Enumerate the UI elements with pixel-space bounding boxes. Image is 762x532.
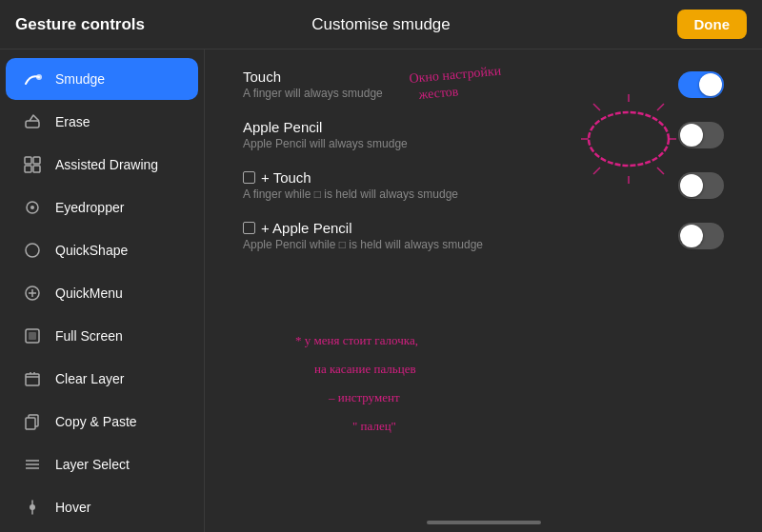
square-pencil-desc: Apple Pencil while □ is held will always…	[243, 238, 483, 251]
sidebar-label-assisted-drawing: Assisted Drawing	[55, 157, 158, 172]
svg-line-35	[593, 104, 600, 110]
svg-line-38	[657, 104, 664, 110]
header: Gesture controls Customise smudge Done	[0, 0, 762, 49]
eyedropper-icon	[21, 196, 44, 219]
sidebar-label-hover: Hover	[55, 500, 90, 515]
sidebar-item-layerselect[interactable]: Layer Select	[6, 443, 198, 485]
apple-pencil-info: Apple Pencil Apple Pencil will always sm…	[243, 119, 408, 150]
content-area: Touch A finger will always smudge Apple …	[205, 49, 762, 532]
svg-rect-4	[25, 166, 31, 172]
touch-row: Touch A finger will always smudge	[233, 69, 733, 100]
apple-pencil-title: Apple Pencil	[243, 119, 408, 135]
sidebar-label-clearlayer: Clear Layer	[55, 371, 124, 386]
sidebar-label-smudge: Smudge	[55, 71, 105, 87]
svg-rect-5	[33, 166, 40, 172]
sidebar-label-quickmenu: QuickMenu	[55, 286, 123, 301]
svg-rect-19	[26, 418, 35, 429]
apple-pencil-row: Apple Pencil Apple Pencil will always sm…	[233, 119, 733, 150]
apple-pencil-toggle[interactable]	[678, 122, 724, 148]
sidebar-label-layerselect: Layer Select	[55, 457, 130, 472]
sidebar-label-copypaste: Copy & Paste	[55, 414, 137, 429]
svg-text:на касание пальцев: на касание пальцев	[314, 362, 416, 376]
svg-rect-3	[33, 157, 40, 164]
touch-title: Touch	[243, 69, 383, 85]
square-touch-toggle[interactable]	[678, 172, 724, 199]
sidebar-item-smudge[interactable]: Smudge	[6, 58, 198, 100]
square-touch-title: + Touch	[243, 169, 458, 186]
scroll-indicator	[427, 521, 541, 524]
apple-pencil-desc: Apple Pencil will always smudge	[243, 137, 408, 150]
square-pencil-toggle[interactable]	[678, 223, 724, 249]
assisted-drawing-icon	[21, 153, 44, 176]
svg-point-7	[30, 206, 34, 209]
sidebar-item-hover[interactable]: Hover	[6, 486, 198, 528]
sidebar-label-eyedropper: Eyedropper	[55, 200, 124, 215]
svg-point-8	[26, 244, 39, 257]
page-title: Gesture controls	[15, 15, 145, 34]
sidebar-item-erase[interactable]: Erase	[6, 101, 198, 143]
svg-text:" палец": " палец"	[352, 419, 396, 433]
svg-text:– инструмент: – инструмент	[328, 390, 400, 404]
clearlayer-icon	[21, 367, 44, 390]
svg-text:* у меня стоит галочка,: * у меня стоит галочка,	[295, 333, 418, 347]
copy-icon	[21, 410, 44, 433]
svg-rect-2	[25, 157, 31, 164]
svg-point-23	[30, 504, 35, 510]
sidebar-label-quickshape: QuickShape	[55, 243, 128, 258]
svg-rect-1	[26, 121, 39, 128]
sidebar-item-assisted-drawing[interactable]: Assisted Drawing	[6, 144, 198, 186]
sidebar-item-quickmenu[interactable]: QuickMenu	[6, 272, 198, 314]
hover-icon	[21, 496, 44, 519]
sidebar: Smudge Erase Assisted Drawing	[0, 49, 205, 532]
svg-rect-14	[26, 374, 39, 385]
touch-info: Touch A finger will always smudge	[243, 69, 383, 100]
sidebar-label-fullscreen: Full Screen	[55, 328, 123, 344]
touch-desc: A finger will always smudge	[243, 87, 383, 100]
svg-point-0	[36, 74, 42, 80]
checkbox-sym-2	[243, 222, 255, 234]
fullscreen-icon	[21, 325, 44, 347]
square-pencil-title: + Apple Pencil	[243, 220, 483, 236]
layerselect-icon	[21, 453, 44, 476]
svg-rect-13	[29, 332, 36, 340]
square-pencil-row: + Apple Pencil Apple Pencil while □ is h…	[233, 220, 733, 251]
quickshape-icon	[21, 239, 44, 262]
center-title: Customise smudge	[311, 15, 451, 34]
square-touch-row: + Touch A finger while □ is held will al…	[233, 169, 733, 201]
smudge-icon	[21, 68, 44, 90]
sidebar-item-clearlayer[interactable]: Clear Layer	[6, 358, 198, 400]
square-touch-info: + Touch A finger while □ is held will al…	[243, 169, 458, 201]
sidebar-item-quickshape[interactable]: QuickShape	[6, 229, 198, 271]
sidebar-item-copypaste[interactable]: Copy & Paste	[6, 401, 198, 443]
sidebar-label-erase: Erase	[55, 114, 90, 129]
erase-icon	[21, 110, 44, 133]
quickmenu-icon	[21, 282, 44, 305]
sidebar-item-eyedropper[interactable]: Eyedropper	[6, 187, 198, 228]
done-button[interactable]: Done	[677, 10, 748, 39]
square-pencil-info: + Apple Pencil Apple Pencil while □ is h…	[243, 220, 483, 251]
square-touch-desc: A finger while □ is held will always smu…	[243, 187, 458, 201]
checkbox-sym-1	[243, 171, 255, 184]
touch-toggle[interactable]	[678, 71, 724, 98]
main-layout: Smudge Erase Assisted Drawing	[0, 49, 762, 532]
sidebar-item-fullscreen[interactable]: Full Screen	[6, 315, 198, 357]
